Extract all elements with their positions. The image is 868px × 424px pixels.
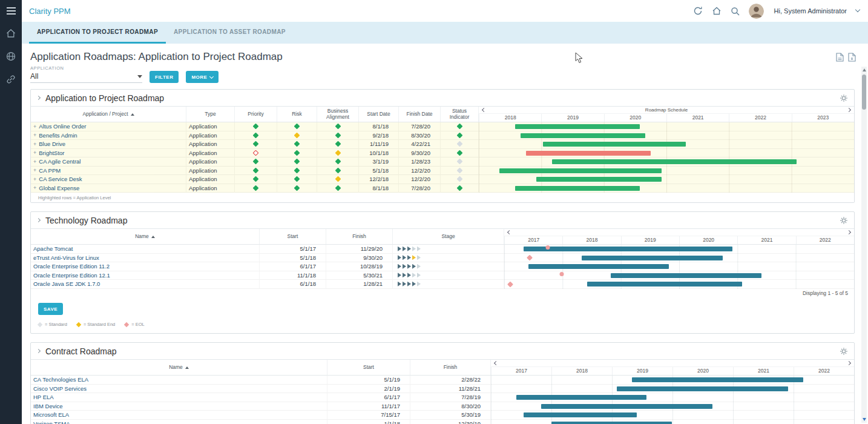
column-header-risk[interactable]: Risk [277,107,317,122]
expand-chevron-icon[interactable] [36,349,41,353]
column-header-finish[interactable]: Finish [326,229,393,244]
start-date-cell: 3/1/19 [359,157,399,167]
gear-icon[interactable] [840,216,848,225]
gantt-bar[interactable] [515,124,640,129]
export-excel-icon[interactable] [836,53,844,62]
stage-chevron-icon [403,264,406,269]
gantt-bar[interactable] [516,395,646,400]
technology-link[interactable]: Apache Tomcat [33,245,73,252]
expand-plus-icon[interactable]: + [33,159,36,165]
application-link[interactable]: BrightStor [39,150,64,156]
gantt-bar[interactable] [582,256,723,260]
gantt-bar[interactable] [536,177,662,182]
technology-link[interactable]: Oracle Java SE JDK 1.7.0 [33,280,100,287]
timeline-next-icon[interactable] [847,361,851,365]
refresh-icon[interactable] [693,6,703,16]
technology-link[interactable]: eTrust Anti-Virus for Linux [33,254,99,261]
contract-link[interactable]: Verizon TSMA [33,420,70,424]
timeline-prev-icon[interactable] [507,230,511,234]
timeline-next-icon[interactable] [847,108,851,112]
nav-home-icon[interactable] [5,28,16,39]
gantt-bar[interactable] [632,377,803,382]
nav-link-icon[interactable] [5,74,16,85]
gantt-bar[interactable] [521,133,645,138]
export-csv-icon[interactable] [848,53,856,62]
column-header-application-project[interactable]: Application / Project [31,107,186,122]
tab-application-to-asset-roadmap[interactable]: APPLICATION TO ASSET ROADMAP [166,22,294,44]
contract-link[interactable]: IBM Device [33,403,63,409]
column-header-name[interactable]: Name [31,360,327,375]
timeline-next-icon[interactable] [847,230,851,234]
scroll-down-icon[interactable] [861,418,867,421]
gantt-bar[interactable] [587,282,742,287]
column-header-status-indicator[interactable]: Status Indicator [441,107,479,122]
gantt-bar[interactable] [552,159,797,164]
gantt-bar[interactable] [528,264,668,269]
gantt-bar[interactable] [524,247,732,251]
gantt-cell [491,393,854,402]
tab-application-to-project-roadmap[interactable]: APPLICATION TO PROJECT ROADMAP [29,22,166,44]
application-link[interactable]: CA Agile Central [39,158,81,165]
application-link[interactable]: Altus Online Order [39,123,86,130]
technology-link[interactable]: Oracle Enterprise Edition 11.2 [33,263,110,270]
home-icon[interactable] [712,6,722,16]
column-header-finish[interactable]: Finish [410,360,491,375]
column-header-priority[interactable]: Priority [235,107,277,122]
column-header-start[interactable]: Start [327,360,410,375]
gear-icon[interactable] [840,347,848,356]
scroll-up-icon[interactable] [861,68,867,71]
application-link[interactable]: Benefits Admin [39,132,77,139]
gantt-bar[interactable] [515,186,640,191]
scrollbar[interactable] [861,67,867,423]
panel-header[interactable]: Application to Project Roadmap [31,90,854,106]
application-link[interactable]: CA PPM [39,167,61,174]
expand-chevron-icon[interactable] [36,218,41,222]
column-header-stage[interactable]: Stage [393,229,504,244]
application-select[interactable]: APPLICATION All [30,65,142,83]
gantt-bar[interactable] [617,386,788,391]
panel-header[interactable]: Technology Roadmap [31,212,854,228]
application-link[interactable]: CA Service Desk [39,176,82,182]
gantt-bar[interactable] [524,412,637,417]
column-header-type[interactable]: Type [186,107,235,122]
application-link[interactable]: Global Expense [39,185,79,191]
column-header-finish-date[interactable]: Finish Date [399,107,441,122]
column-header-start[interactable]: Start [260,229,326,244]
column-header-name[interactable]: Name [31,229,260,244]
expand-chevron-icon[interactable] [36,96,41,100]
save-button[interactable]: SAVE [38,303,63,315]
contract-link[interactable]: CA Technologies ELA [33,376,88,383]
column-header-business-alignment[interactable]: Business Alignment [317,107,359,122]
search-icon[interactable] [731,7,740,16]
column-header-start-date[interactable]: Start Date [359,107,399,122]
contract-link[interactable]: Microsoft ELA [33,411,69,418]
expand-plus-icon[interactable]: + [33,176,36,182]
gantt-bar[interactable] [543,142,686,147]
gantt-bar[interactable] [611,273,761,278]
user-greeting[interactable]: Hi, System Administrator [774,7,847,15]
hamburger-menu-icon[interactable] [0,0,22,22]
expand-plus-icon[interactable]: + [33,185,36,191]
expand-plus-icon[interactable]: + [33,167,36,173]
timeline-prev-icon[interactable] [494,361,498,365]
application-link[interactable]: Blue Drive [39,141,65,147]
scrollbar-thumb[interactable] [862,75,866,110]
more-button[interactable]: MORE [186,71,219,83]
filter-button[interactable]: FILTER [150,71,179,83]
gear-icon[interactable] [840,94,848,102]
gantt-bar[interactable] [551,422,672,424]
gantt-bar[interactable] [526,151,651,156]
expand-plus-icon[interactable]: + [33,150,36,156]
chevron-down-icon[interactable] [855,7,860,12]
expand-plus-icon[interactable]: + [33,141,36,147]
technology-link[interactable]: Oracle Enterprise Edition 12.1 [33,272,110,279]
expand-plus-icon[interactable]: + [33,132,36,138]
gantt-bar[interactable] [499,168,662,173]
expand-plus-icon[interactable]: + [33,124,36,130]
contract-link[interactable]: HP ELA [33,394,54,400]
avatar[interactable] [749,4,764,19]
contract-link[interactable]: Cisco VOIP Services [33,385,87,392]
panel-header[interactable]: Contract Roadmap [31,343,854,359]
nav-globe-icon[interactable] [5,51,16,62]
gantt-bar[interactable] [541,404,712,409]
